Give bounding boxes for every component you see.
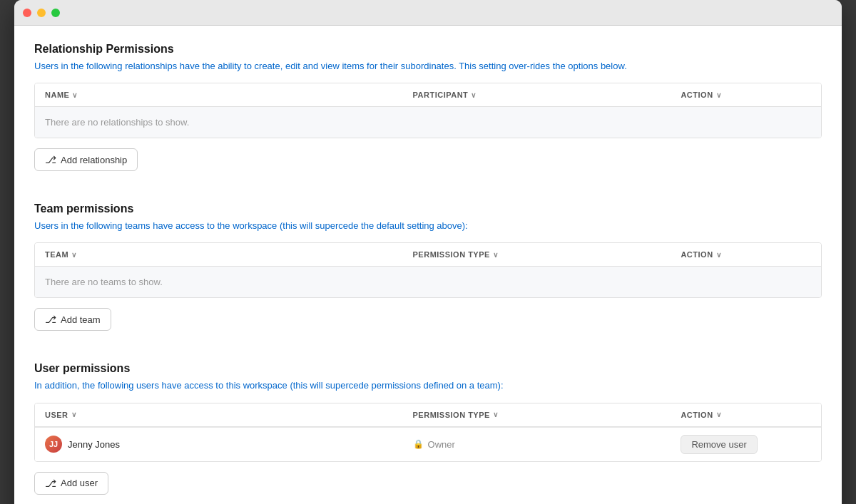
relationship-description: Users in the following relationships hav…: [34, 60, 822, 73]
team-action-sort-icon[interactable]: ∨: [716, 251, 722, 259]
add-user-button[interactable]: ⎇ Add user: [34, 472, 108, 495]
relationship-title: Relationship Permissions: [34, 43, 822, 56]
user-col-user: USER ∨: [45, 411, 413, 419]
permission-label: Owner: [428, 439, 455, 450]
minimize-button[interactable]: [37, 9, 46, 17]
relationship-empty-message: There are no relationships to show.: [35, 107, 821, 138]
table-row: JJ Jenny Jones 🔒 Owner Remove user: [35, 427, 821, 461]
user-action-sort-icon[interactable]: ∨: [716, 411, 722, 418]
user-perm-sort-icon[interactable]: ∨: [493, 411, 499, 418]
add-relationship-icon: ⎇: [45, 154, 56, 165]
remove-user-button[interactable]: Remove user: [681, 435, 757, 454]
relationship-col-name: NAME ∨: [45, 91, 413, 99]
team-section: Team permissions Users in the following …: [34, 202, 822, 348]
relationship-table: NAME ∨ PARTICIPANT ∨ ACTION ∨: [34, 83, 822, 138]
close-button[interactable]: [23, 9, 31, 17]
content-area: Relationship Permissions Users in the fo…: [14, 26, 842, 504]
main-window: Relationship Permissions Users in the fo…: [14, 0, 842, 504]
team-description: Users in the following teams have access…: [34, 220, 822, 232]
participant-sort-icon[interactable]: ∨: [471, 91, 477, 99]
team-col-action: ACTION ∨: [681, 250, 811, 259]
user-table-header: USER ∨ PERMISSION TYPE ∨ ACTION ∨: [35, 403, 821, 427]
add-team-button[interactable]: ⎇ Add team: [34, 308, 111, 331]
titlebar: [14, 0, 842, 26]
name-sort-icon[interactable]: ∨: [72, 91, 78, 99]
relationship-section: Relationship Permissions Users in the fo…: [34, 43, 822, 188]
avatar: JJ: [45, 436, 62, 453]
team-table: TEAM ∨ PERMISSION TYPE ∨ ACTION ∨: [34, 242, 822, 298]
user-name: Jenny Jones: [68, 439, 120, 450]
relationship-col-action: ACTION ∨: [681, 91, 811, 99]
add-team-icon: ⎇: [45, 314, 56, 325]
user-description: In addition, the following users have ac…: [34, 379, 822, 392]
user-col-action: ACTION ∨: [681, 411, 811, 419]
team-title: Team permissions: [34, 202, 822, 215]
team-empty-message: There are no teams to show.: [35, 267, 821, 297]
relationship-col-participant: PARTICIPANT ∨: [413, 91, 681, 99]
team-sort-icon[interactable]: ∨: [71, 251, 77, 259]
relationship-table-header: NAME ∨ PARTICIPANT ∨ ACTION ∨: [35, 83, 821, 107]
team-col-team: TEAM ∨: [45, 250, 413, 259]
user-section: User permissions In addition, the follow…: [34, 362, 822, 504]
add-relationship-button[interactable]: ⎇ Add relationship: [34, 148, 138, 171]
action-cell: Remove user: [681, 435, 811, 454]
add-user-icon: ⎇: [45, 478, 56, 489]
user-sort-icon[interactable]: ∨: [71, 411, 77, 418]
permission-cell: 🔒 Owner: [413, 439, 681, 450]
user-table: USER ∨ PERMISSION TYPE ∨ ACTION ∨: [34, 403, 822, 462]
maximize-button[interactable]: [51, 9, 60, 17]
team-table-header: TEAM ∨ PERMISSION TYPE ∨ ACTION ∨: [35, 243, 821, 267]
user-title: User permissions: [34, 362, 822, 375]
team-perm-sort-icon[interactable]: ∨: [493, 251, 499, 259]
user-col-perm: PERMISSION TYPE ∨: [413, 411, 681, 419]
action-sort-icon[interactable]: ∨: [716, 91, 722, 99]
user-cell: JJ Jenny Jones: [45, 436, 413, 453]
lock-icon: 🔒: [413, 439, 424, 449]
team-col-perm: PERMISSION TYPE ∨: [413, 250, 681, 259]
